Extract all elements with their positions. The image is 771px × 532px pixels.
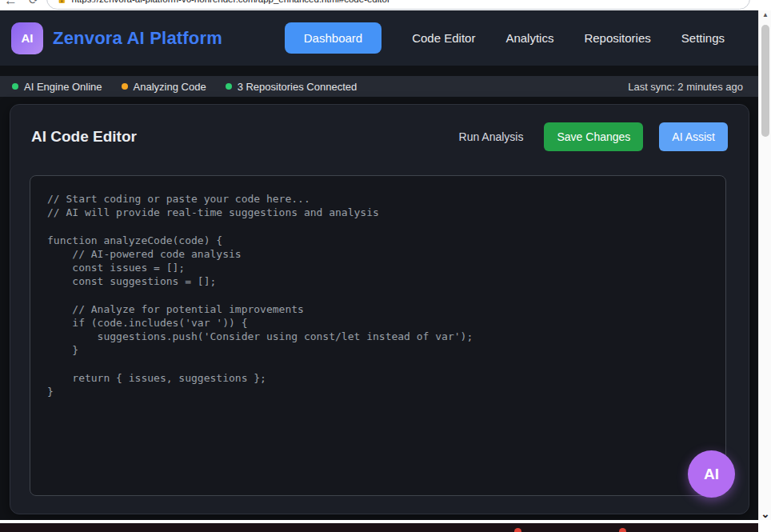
status-dot-green-icon — [12, 83, 18, 90]
code-editor-card: AI Code Editor Run Analysis Save Changes… — [10, 104, 749, 514]
nav-item-dashboard[interactable]: Dashboard — [285, 22, 382, 54]
main-nav: Dashboard Code Editor Analytics Reposito… — [285, 22, 725, 54]
app-logo-text: AI — [22, 31, 34, 45]
browser-chrome: ← ⟳ 🔒 https://zenvora-ai-platform-v6-non… — [0, 0, 771, 10]
status-bar: AI Engine Online Analyzing Code 3 Reposi… — [0, 76, 758, 97]
status-dot-orange-icon — [122, 83, 128, 90]
scroll-up-icon[interactable]: ▲ — [759, 11, 771, 18]
status-analyzing: Analyzing Code — [122, 81, 206, 93]
red-dot-icon — [514, 528, 521, 532]
bottom-strip — [0, 520, 771, 532]
status-repos-label: 3 Repositories Connected — [238, 81, 358, 93]
card-header: AI Code Editor Run Analysis Save Changes… — [10, 105, 749, 169]
app-logo: AI — [11, 22, 43, 54]
nav-item-analytics[interactable]: Analytics — [505, 31, 553, 45]
code-content[interactable]: // Start coding or paste your code here.… — [47, 192, 709, 398]
scroll-down-icon[interactable]: ⌄ — [759, 510, 771, 519]
red-dot-icon — [619, 528, 626, 532]
back-icon[interactable]: ← — [4, 0, 18, 9]
bottom-section-edge — [0, 523, 758, 532]
status-repos: 3 Repositories Connected — [226, 81, 358, 93]
status-dot-green2-icon — [226, 83, 232, 90]
card-actions: Run Analysis Save Changes AI Assist — [454, 122, 728, 151]
status-engine-label: AI Engine Online — [24, 81, 102, 93]
status-engine: AI Engine Online — [12, 81, 102, 93]
url-bar[interactable]: 🔒 https://zenvora-ai-platform-v6-nonrend… — [46, 0, 750, 10]
brand-title: Zenvora AI Platform — [53, 28, 222, 49]
nav-item-settings[interactable]: Settings — [681, 31, 725, 45]
nav-item-code-editor[interactable]: Code Editor — [412, 31, 475, 45]
reload-icon[interactable]: ⟳ — [29, 0, 38, 6]
code-editor-area[interactable]: // Start coding or paste your code here.… — [30, 175, 726, 496]
card-title: AI Code Editor — [31, 128, 137, 146]
status-analyzing-label: Analyzing Code — [134, 81, 206, 93]
app-header: AI Zenvora AI Platform Dashboard Code Ed… — [0, 10, 758, 66]
scrollbar-thumb[interactable] — [761, 25, 769, 137]
nav-item-repositories[interactable]: Repositories — [584, 31, 650, 45]
lock-icon: 🔒 — [57, 0, 66, 3]
ai-fab-button[interactable]: AI — [688, 450, 735, 498]
run-analysis-button[interactable]: Run Analysis — [454, 130, 529, 144]
vertical-scrollbar[interactable]: ▲ ⌄ — [758, 10, 771, 520]
ai-assist-button[interactable]: AI Assist — [659, 122, 728, 151]
last-sync-label: Last sync: 2 minutes ago — [628, 81, 746, 93]
url-text: https://zenvora-ai-platform-v6-nonrender… — [71, 0, 389, 4]
app-page: AI Zenvora AI Platform Dashboard Code Ed… — [0, 10, 758, 520]
save-changes-button[interactable]: Save Changes — [544, 122, 643, 151]
